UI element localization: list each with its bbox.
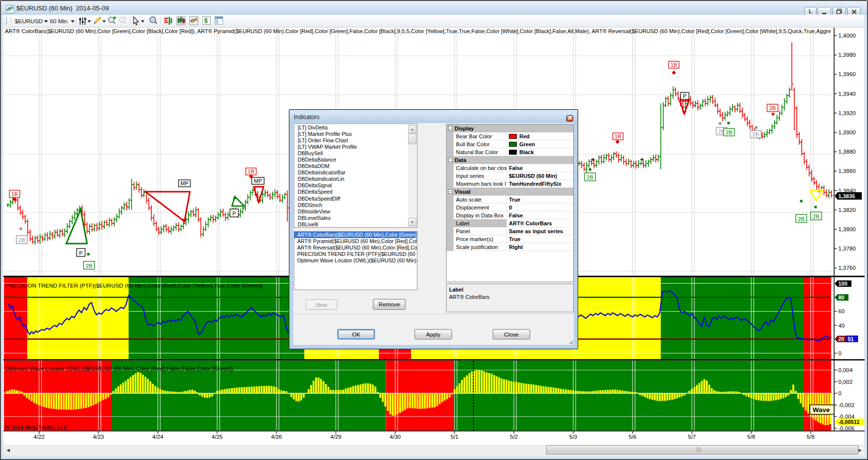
svg-text:1B: 1B bbox=[248, 168, 254, 174]
svg-text:4/29: 4/29 bbox=[330, 434, 341, 440]
svg-text:5/7: 5/7 bbox=[688, 434, 696, 440]
svg-text:1B: 1B bbox=[615, 133, 621, 139]
svg-text:20: 20 bbox=[838, 336, 844, 342]
svg-text:PRECISION TREND FILTER (PTF)($: PRECISION TREND FILTER (PTF)($EURUSD (60… bbox=[5, 283, 263, 289]
svg-text:MP: MP bbox=[254, 178, 262, 184]
svg-text:1,3980: 1,3980 bbox=[838, 52, 856, 58]
svg-text:40: 40 bbox=[838, 323, 845, 329]
svg-text:2B: 2B bbox=[798, 216, 804, 222]
svg-text:1,3780: 1,3780 bbox=[838, 246, 856, 251]
svg-text:4/30: 4/30 bbox=[390, 434, 401, 440]
svg-text:5/9: 5/9 bbox=[807, 434, 815, 440]
svg-text:5/8: 5/8 bbox=[747, 434, 755, 440]
svg-text:51: 51 bbox=[848, 336, 854, 342]
svg-text:1,3960: 1,3960 bbox=[838, 71, 856, 77]
svg-text:1,3860: 1,3860 bbox=[838, 168, 856, 174]
svg-text:$EURUSD: $EURUSD bbox=[15, 18, 43, 25]
svg-text:MP: MP bbox=[181, 180, 189, 186]
svg-text:2B: 2B bbox=[769, 105, 776, 111]
svg-text:© 2014 NinjaTrader, LLC: © 2014 NinjaTrader, LLC bbox=[5, 424, 68, 430]
svg-text:2B: 2B bbox=[726, 129, 732, 135]
svg-text:2B: 2B bbox=[752, 131, 759, 137]
svg-text:$: $ bbox=[204, 17, 208, 24]
svg-text:4/25: 4/25 bbox=[212, 434, 223, 440]
svg-text:1,4000: 1,4000 bbox=[838, 33, 856, 39]
svg-text:5/6: 5/6 bbox=[629, 434, 637, 440]
svg-text:100: 100 bbox=[838, 281, 847, 287]
svg-text:4/26: 4/26 bbox=[271, 434, 282, 440]
svg-text:2B: 2B bbox=[813, 213, 819, 219]
svg-text:P: P bbox=[232, 210, 236, 216]
svg-text:ART® ColorBars($EURUSD (60 Min: ART® ColorBars($EURUSD (60 Min),Color [G… bbox=[5, 28, 831, 34]
svg-text:5/1: 5/1 bbox=[451, 434, 458, 440]
svg-text:Optimum Wave Locator (OWL)($EU: Optimum Wave Locator (OWL)($EURUSD (60 M… bbox=[5, 366, 233, 372]
svg-text:1B: 1B bbox=[671, 62, 677, 68]
svg-text:4/23: 4/23 bbox=[93, 434, 104, 440]
svg-text:-0,006: -0,006 bbox=[838, 425, 855, 431]
svg-text:1B: 1B bbox=[11, 191, 18, 197]
svg-text:1,3800: 1,3800 bbox=[838, 226, 856, 232]
svg-text:0: 0 bbox=[838, 390, 841, 396]
svg-text:-0,002: -0,002 bbox=[838, 402, 855, 408]
svg-text:-0,00511: -0,00511 bbox=[838, 419, 860, 425]
svg-text:4/24: 4/24 bbox=[152, 434, 164, 440]
svg-text:60 Min: 60 Min bbox=[50, 18, 67, 25]
svg-text:1,3760: 1,3760 bbox=[838, 265, 856, 271]
svg-text:P: P bbox=[79, 250, 83, 256]
svg-text:5/3: 5/3 bbox=[569, 434, 577, 440]
svg-text:P: P bbox=[683, 93, 686, 99]
svg-text:2B: 2B bbox=[18, 237, 25, 243]
svg-text:80: 80 bbox=[838, 294, 844, 300]
svg-text:1,3900: 1,3900 bbox=[838, 129, 856, 135]
svg-text:0: 0 bbox=[838, 350, 841, 356]
svg-text:1,3835: 1,3835 bbox=[838, 193, 855, 199]
svg-text:Wave: Wave bbox=[813, 406, 830, 414]
svg-text:1,3880: 1,3880 bbox=[838, 149, 856, 155]
svg-text:0,004: 0,004 bbox=[838, 367, 853, 373]
svg-text:2B: 2B bbox=[587, 174, 593, 180]
svg-text:1,3820: 1,3820 bbox=[838, 207, 856, 213]
svg-text:1,3920: 1,3920 bbox=[838, 110, 856, 116]
svg-text:4/22: 4/22 bbox=[34, 434, 45, 440]
svg-text:1,3940: 1,3940 bbox=[838, 91, 856, 97]
svg-text:2B: 2B bbox=[86, 263, 92, 269]
svg-text:5/2: 5/2 bbox=[510, 434, 518, 440]
svg-text:60: 60 bbox=[838, 308, 845, 314]
svg-text:0,002: 0,002 bbox=[838, 379, 853, 385]
